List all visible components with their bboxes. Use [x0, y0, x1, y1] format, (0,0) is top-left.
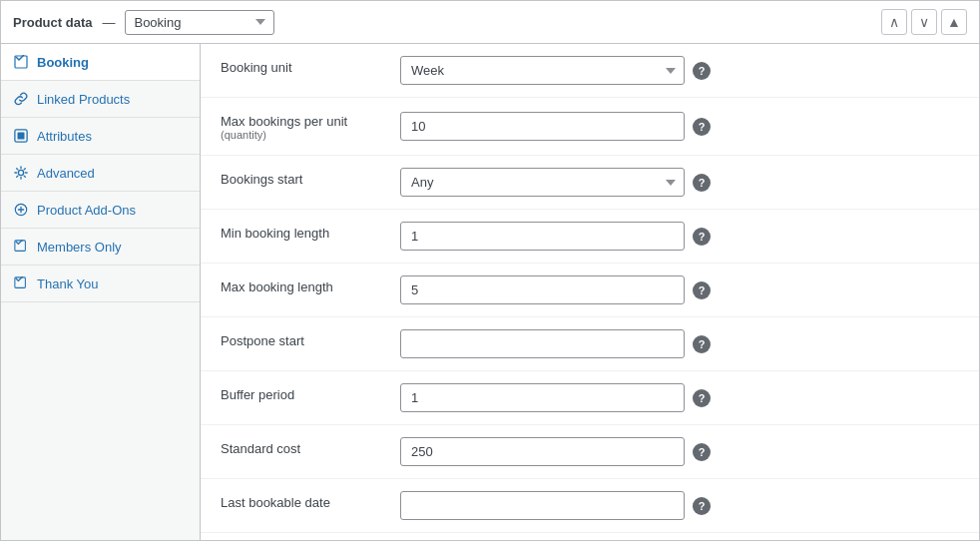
table-row: Max bookings per unit (quantity) ?	[201, 98, 979, 156]
field-label-booking-unit: Booking unit	[201, 44, 400, 98]
collapse-up-button[interactable]: ∧	[881, 9, 907, 35]
field-row: ?	[400, 275, 959, 304]
sidebar-item-thank-you[interactable]: Thank You	[1, 266, 200, 302]
header-left: Product data — Booking Simple product Va…	[13, 10, 274, 35]
sidebar-item-linked-products[interactable]: Linked Products	[1, 81, 200, 118]
field-cell-buffer-period: ?	[400, 371, 979, 425]
field-row: ?	[400, 222, 959, 251]
sidebar-members-only-label: Members Only	[37, 240, 122, 255]
booking-icon	[13, 54, 29, 70]
product-add-ons-icon	[13, 202, 29, 218]
max-booking-length-input[interactable]	[400, 275, 685, 304]
table-row: Min booking length ?	[201, 210, 979, 264]
sidebar-advanced-label: Advanced	[37, 166, 95, 181]
field-cell-max-booking-length: ?	[400, 264, 979, 317]
sidebar: Booking Linked Products	[1, 44, 201, 540]
field-row: ?	[400, 491, 959, 520]
product-type-select[interactable]: Booking Simple product Variable product …	[125, 10, 274, 35]
max-bookings-help-icon[interactable]: ?	[693, 118, 711, 136]
field-row: ?	[400, 437, 959, 466]
sidebar-item-advanced[interactable]: Advanced	[1, 155, 200, 192]
buffer-period-help-icon[interactable]: ?	[693, 389, 711, 407]
table-row: Postpone start ?	[201, 317, 979, 371]
thank-you-icon	[13, 275, 29, 291]
min-booking-length-help-icon[interactable]: ?	[693, 228, 711, 246]
field-cell-last-bookable-date: ?	[400, 479, 979, 533]
field-label-standard-cost: Standard cost	[201, 425, 400, 479]
max-booking-length-help-icon[interactable]: ?	[693, 281, 711, 299]
last-bookable-date-help-icon[interactable]: ?	[693, 497, 711, 515]
field-row: Any Now Custom ?	[400, 168, 959, 197]
field-row: Week Day Hour Custom ?	[400, 56, 959, 85]
field-label-buffer-period: Buffer period	[201, 371, 400, 425]
sidebar-item-product-add-ons[interactable]: Product Add-Ons	[1, 192, 200, 229]
sidebar-attributes-label: Attributes	[37, 129, 92, 144]
field-label-last-bookable-date: Last bookable date	[201, 479, 400, 533]
field-cell-min-booking-length: ?	[400, 210, 979, 264]
header-right: ∧ ∨ ▲	[881, 9, 967, 35]
sidebar-item-attributes[interactable]: Attributes	[1, 118, 200, 155]
field-label-max-bookings: Max bookings per unit (quantity)	[201, 98, 400, 156]
sidebar-item-booking[interactable]: Booking	[1, 44, 200, 81]
panel-title: Product data	[13, 15, 92, 30]
field-label-min-booking-length: Min booking length	[201, 210, 400, 264]
standard-cost-help-icon[interactable]: ?	[693, 443, 711, 461]
max-bookings-input[interactable]	[400, 112, 685, 141]
svg-rect-2	[18, 133, 25, 140]
bookings-start-select[interactable]: Any Now Custom	[400, 168, 685, 197]
field-cell-booking-unit: Week Day Hour Custom ?	[400, 44, 979, 98]
buffer-period-input[interactable]	[400, 383, 685, 412]
members-only-icon	[13, 239, 29, 255]
field-label-max-booking-length: Max booking length	[201, 264, 400, 317]
field-row: ?	[400, 112, 959, 141]
table-row: Buffer period ?	[201, 371, 979, 425]
field-label-bookings-start: Bookings start	[201, 156, 400, 210]
standard-cost-input[interactable]	[400, 437, 685, 466]
booking-unit-help-icon[interactable]: ?	[693, 62, 711, 80]
field-cell-max-bookings: ?	[400, 98, 979, 156]
table-row: Bookings start Any Now Custom ?	[201, 156, 979, 210]
field-row: ?	[400, 383, 959, 412]
field-label-postpone-start: Postpone start	[201, 317, 400, 371]
field-row: ?	[400, 329, 959, 358]
expand-button[interactable]: ▲	[941, 9, 967, 35]
last-bookable-date-input[interactable]	[400, 491, 685, 520]
panel-body: Booking Linked Products	[1, 44, 979, 540]
sidebar-product-add-ons-label: Product Add-Ons	[37, 203, 136, 218]
min-booking-length-input[interactable]	[400, 222, 685, 251]
sidebar-booking-label: Booking	[37, 55, 89, 70]
attributes-icon	[13, 128, 29, 144]
table-row: Max booking length ?	[201, 264, 979, 317]
advanced-icon	[13, 165, 29, 181]
sidebar-item-members-only[interactable]: Members Only	[1, 229, 200, 266]
field-cell-bookings-start: Any Now Custom ?	[400, 156, 979, 210]
postpone-start-input[interactable]	[400, 329, 685, 358]
table-row: Standard cost ?	[201, 425, 979, 479]
table-row: Booking unit Week Day Hour Custom ?	[201, 44, 979, 98]
bookings-start-help-icon[interactable]: ?	[693, 174, 711, 192]
linked-products-icon	[13, 91, 29, 107]
collapse-down-button[interactable]: ∨	[911, 9, 937, 35]
product-data-panel: Product data — Booking Simple product Va…	[0, 0, 980, 541]
panel-header: Product data — Booking Simple product Va…	[1, 1, 979, 44]
sidebar-thank-you-label: Thank You	[37, 276, 98, 291]
svg-point-3	[18, 170, 23, 175]
sidebar-linked-products-label: Linked Products	[37, 92, 130, 107]
field-cell-standard-cost: ?	[400, 425, 979, 479]
table-row: Last bookable date ?	[201, 479, 979, 533]
header-dash: —	[102, 15, 115, 30]
postpone-start-help-icon[interactable]: ?	[693, 335, 711, 353]
form-table: Booking unit Week Day Hour Custom ?	[201, 44, 979, 533]
field-cell-postpone-start: ?	[400, 317, 979, 371]
form-content: Booking unit Week Day Hour Custom ?	[201, 44, 979, 540]
booking-unit-select[interactable]: Week Day Hour Custom	[400, 56, 685, 85]
